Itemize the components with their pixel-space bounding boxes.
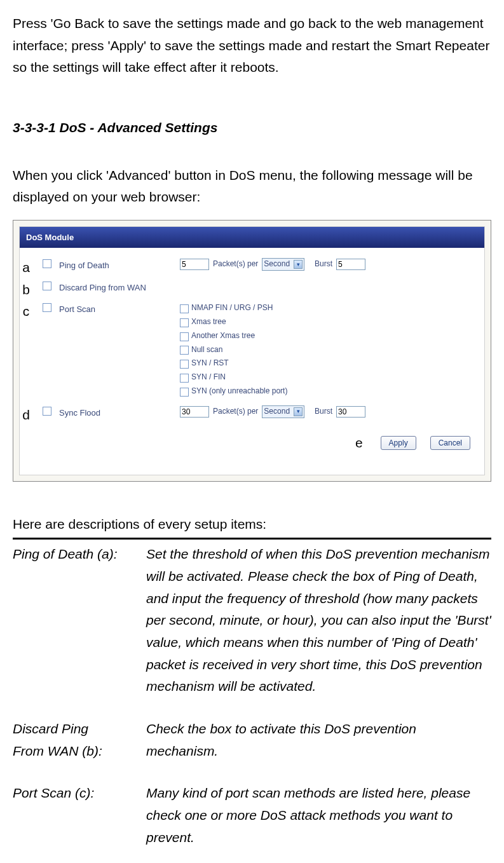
section-heading: 3-3-3-1 DoS - Advanced Settings xyxy=(13,117,491,139)
desc-text-c: Many kind of port scan methods are liste… xyxy=(146,782,491,848)
dos-module-panel: DoS Module a Ping of Death Packet(s) per… xyxy=(19,226,485,475)
row-letter-b: b xyxy=(17,279,35,301)
intro-paragraph: Press 'Go Back to save the settings made… xyxy=(13,13,491,79)
scan-label-5: SYN / FIN xyxy=(191,371,226,384)
desc-label-c: Port Scan (c): xyxy=(13,782,146,805)
text-packets-per-a: Packet(s) per xyxy=(213,258,258,271)
row-ping-of-death: Ping of Death Packet(s) per Second ▾ Bur… xyxy=(20,254,484,276)
dos-module-screenshot: DoS Module a Ping of Death Packet(s) per… xyxy=(13,220,491,482)
select-unit-d-value: Second xyxy=(264,405,290,418)
scan-label-0: NMAP FIN / URG / PSH xyxy=(191,302,273,315)
row-sync-flood: Sync Flood Packet(s) per Second ▾ Burst xyxy=(20,402,484,423)
scan-label-1: Xmas tree xyxy=(191,316,226,329)
checkbox-ping-of-death[interactable] xyxy=(43,259,51,268)
cancel-button[interactable]: Cancel xyxy=(430,436,470,450)
label-port-scan: Port Scan xyxy=(59,302,180,316)
row-letter-d: d xyxy=(17,404,35,426)
chevron-down-icon: ▾ xyxy=(294,260,303,269)
label-discard-ping: Discard Ping from WAN xyxy=(59,280,180,294)
descriptions-intro: Here are descriptions of every setup ite… xyxy=(13,513,491,536)
row-letter-e: e xyxy=(355,432,363,454)
chevron-down-icon: ▾ xyxy=(294,407,303,416)
row-discard-ping: Discard Ping from WAN xyxy=(20,276,484,298)
desc-row-b: Discard Ping From WAN (b): Check the box… xyxy=(13,718,491,762)
desc-row-c: Port Scan (c): Many kind of port scan me… xyxy=(13,782,491,848)
descriptions-divider xyxy=(13,538,491,540)
input-ping-packets[interactable] xyxy=(180,259,209,270)
port-scan-list: NMAP FIN / URG / PSH Xmas tree Another X… xyxy=(180,302,287,398)
checkbox-scan-1[interactable] xyxy=(180,318,189,327)
apply-button[interactable]: Apply xyxy=(381,436,416,450)
select-unit-a-value: Second xyxy=(264,258,290,271)
module-header: DoS Module xyxy=(20,227,484,248)
row-port-scan: Port Scan NMAP FIN / URG / PSH Xmas tree… xyxy=(20,298,484,402)
row-letter-a: a xyxy=(17,257,35,279)
burst-label-a: Burst xyxy=(315,258,332,271)
checkbox-scan-6[interactable] xyxy=(180,388,189,397)
text-packets-per-d: Packet(s) per xyxy=(213,405,258,418)
desc-label-b: Discard Ping From WAN (b): xyxy=(13,718,146,762)
select-unit-a[interactable]: Second ▾ xyxy=(262,258,304,271)
desc-row-a: Ping of Death (a): Set the threshold of … xyxy=(13,543,491,697)
checkbox-port-scan[interactable] xyxy=(43,303,51,312)
scan-label-6: SYN (only unreachable port) xyxy=(191,385,287,398)
sub-paragraph: When you click 'Advanced' button in DoS … xyxy=(13,165,491,208)
checkbox-scan-5[interactable] xyxy=(180,374,189,383)
checkbox-scan-2[interactable] xyxy=(180,332,189,341)
burst-label-d: Burst xyxy=(315,405,332,418)
input-sync-packets[interactable] xyxy=(180,406,209,418)
checkbox-scan-0[interactable] xyxy=(180,304,189,313)
scan-label-3: Null scan xyxy=(191,344,222,357)
module-body: a Ping of Death Packet(s) per Second ▾ B… xyxy=(20,248,484,475)
select-unit-d[interactable]: Second ▾ xyxy=(262,405,304,418)
scan-label-2: Another Xmas tree xyxy=(191,330,255,343)
label-ping-of-death: Ping of Death xyxy=(59,258,180,272)
desc-text-a: Set the threshold of when this DoS preve… xyxy=(146,543,491,697)
button-row: e Apply Cancel xyxy=(20,423,484,462)
label-sync-flood: Sync Flood xyxy=(59,405,180,419)
input-ping-burst[interactable] xyxy=(336,259,365,270)
desc-text-b: Check the box to activate this DoS preve… xyxy=(146,718,491,762)
row-letter-c: c xyxy=(17,301,35,323)
checkbox-scan-4[interactable] xyxy=(180,360,189,369)
scan-label-4: SYN / RST xyxy=(191,357,229,370)
input-sync-burst[interactable] xyxy=(336,406,365,418)
desc-label-a: Ping of Death (a): xyxy=(13,543,146,566)
checkbox-sync-flood[interactable] xyxy=(43,407,51,416)
checkbox-discard-ping[interactable] xyxy=(43,282,51,290)
checkbox-scan-3[interactable] xyxy=(180,346,189,355)
